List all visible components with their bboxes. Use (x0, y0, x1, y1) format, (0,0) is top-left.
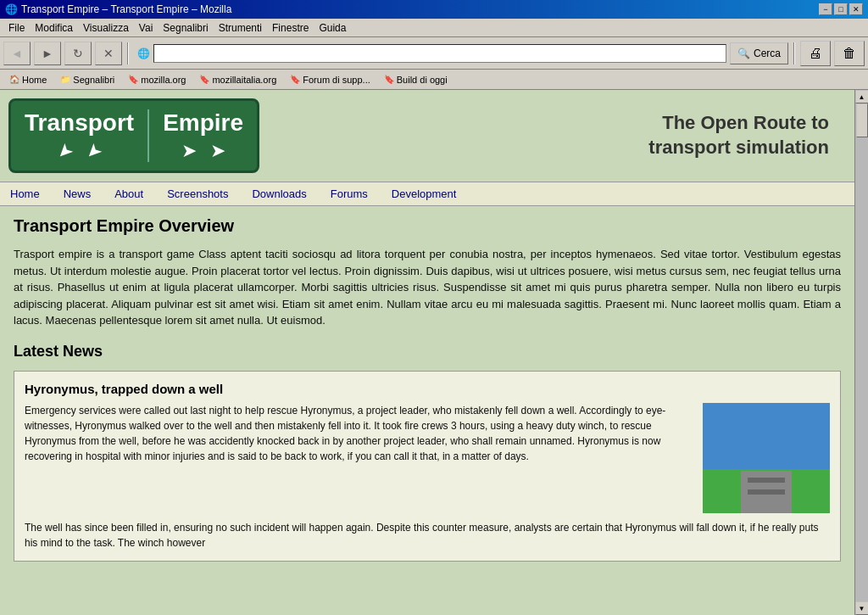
app-icon: 🌐 (5, 3, 18, 15)
forward-icon: ► (42, 47, 53, 60)
sky-bg (703, 403, 830, 469)
logo-arrows-right: ➤ ➤ (163, 140, 243, 162)
stop-icon: ✕ (103, 47, 114, 60)
bookmark-build-label: Build di oggi (397, 75, 448, 85)
logo-word2: Empire (163, 109, 243, 137)
bookmark-icon-2: 🔖 (199, 75, 209, 84)
search-icon: 🔍 (737, 48, 750, 59)
logo-arrows-left: ➤ ➤ (25, 140, 134, 162)
search-button[interactable]: 🔍 Cerca (730, 42, 788, 64)
tagline-line2: transport simulation (648, 137, 829, 158)
nav-news[interactable]: News (60, 186, 95, 202)
bookmark-icon-3: 🔖 (290, 75, 300, 84)
nav-downloads[interactable]: Downloads (248, 186, 309, 202)
menu-file[interactable]: File (3, 20, 30, 36)
logo-box: Transport ➤ ➤ Empire ➤ ➤ (8, 98, 259, 173)
print-button[interactable]: 🖨 (800, 41, 831, 66)
title-bar-left: 🌐 Transport Empire – Transport Empire – … (5, 3, 231, 15)
bookmark-icon-4: 🔖 (384, 75, 394, 84)
scroll-down-button[interactable]: ▼ (855, 601, 869, 615)
menu-vai[interactable]: Vai (134, 20, 158, 36)
bookmarks-bar: 🏠 Home 📁 Segnalibri 🔖 mozilla.org 🔖 mozi… (0, 70, 868, 90)
arrow-right-1: ➤ (181, 140, 197, 162)
logo-right: Empire ➤ ➤ (163, 109, 243, 162)
bookmark-forum-label: Forum di supp... (303, 75, 370, 85)
arrow-up-right: ➤ (81, 137, 107, 164)
bookmark-forum[interactable]: 🔖 Forum di supp... (284, 73, 376, 87)
bookmark-mozilla[interactable]: 🔖 mozilla.org (122, 73, 192, 87)
content-area: Transport Empire Overview Trasport empir… (0, 206, 854, 582)
arrow-right-2: ➤ (210, 140, 225, 162)
menu-segnalibri[interactable]: Segnalibri (158, 20, 213, 36)
bookmark-icon-1: 🔖 (128, 75, 138, 84)
nav-home[interactable]: Home (7, 186, 43, 202)
separator2 (793, 42, 795, 64)
browser-content: Transport ➤ ➤ Empire ➤ ➤ The Open Route … (0, 90, 868, 615)
trash-icon: 🗑 (843, 46, 856, 61)
overview-title: Transport Empire Overview (14, 216, 841, 236)
tagline: The Open Route to transport simulation (648, 111, 846, 159)
delete-button[interactable]: 🗑 (834, 41, 865, 66)
news-text-1: Emergency services were called out last … (25, 403, 693, 513)
bookmark-home-label: Home (22, 75, 47, 85)
address-input[interactable] (153, 44, 726, 63)
tagline-line1: The Open Route to (662, 112, 829, 133)
toolbar: ◄ ► ↻ ✕ 🌐 🔍 Cerca 🖨 🗑 (0, 37, 868, 70)
news-text-2: The well has since been filled in, ensur… (25, 520, 830, 551)
bookmark-segnalibri[interactable]: 📁 Segnalibri (54, 73, 120, 87)
forward-button[interactable]: ► (34, 42, 61, 65)
menu-modifica[interactable]: Modifica (30, 20, 78, 36)
logo-left: Transport ➤ ➤ (25, 109, 149, 162)
maximize-button[interactable]: □ (834, 3, 848, 15)
bookmark-home[interactable]: 🏠 Home (3, 73, 53, 87)
search-label: Cerca (754, 48, 781, 59)
nav-screenshots[interactable]: Screenshots (164, 186, 231, 202)
folder-icon: 📁 (60, 75, 70, 84)
separator (127, 42, 129, 64)
close-button[interactable]: ✕ (849, 3, 863, 15)
nav-forums[interactable]: Forums (327, 186, 371, 202)
ground-bg (703, 469, 830, 513)
scroll-track[interactable] (855, 103, 869, 601)
back-icon: ◄ (11, 47, 23, 60)
menu-strumenti[interactable]: Strumenti (214, 20, 267, 36)
nav-about[interactable]: About (111, 186, 147, 202)
window-controls[interactable]: − □ ✕ (819, 3, 863, 15)
address-icon: 🌐 (137, 48, 150, 59)
overview-text: Trasport empire is a transport game Clas… (14, 246, 841, 329)
menu-finestre[interactable]: Finestre (267, 20, 314, 36)
reload-button[interactable]: ↻ (64, 42, 92, 65)
news-image (703, 403, 830, 513)
building (741, 471, 792, 513)
printer-icon: 🖨 (809, 46, 822, 61)
bookmark-mozilla-label: mozilla.org (141, 75, 186, 85)
news-box: Hyronymus, trapped down a well Emergency… (14, 371, 841, 562)
bookmark-segnalibri-label: Segnalibri (73, 75, 114, 85)
back-button[interactable]: ◄ (3, 42, 31, 65)
arrow-up-left: ➤ (52, 137, 78, 164)
nav-bar: Home News About Screenshots Downloads Fo… (0, 182, 854, 206)
news-title: Latest News (14, 343, 841, 361)
bookmark-build[interactable]: 🔖 Build di oggi (378, 73, 453, 87)
news-content-wrap: Emergency services were called out last … (25, 403, 830, 513)
bookmark-mozillaitalia-label: mozillaitalia.org (212, 75, 276, 85)
minimize-button[interactable]: − (819, 3, 832, 15)
menu-bar: File Modifica Visualizza Vai Segnalibri … (0, 19, 868, 37)
news-article-title: Hyronymus, trapped down a well (25, 382, 830, 396)
home-icon: 🏠 (9, 75, 19, 84)
window-title: Transport Empire – Transport Empire – Mo… (21, 3, 231, 15)
menu-visualizza[interactable]: Visualizza (78, 20, 134, 36)
scroll-up-button[interactable]: ▲ (855, 90, 869, 103)
address-bar-wrap: 🌐 (134, 44, 726, 63)
logo-word1: Transport (25, 109, 134, 137)
bookmark-mozillaitalia[interactable]: 🔖 mozillaitalia.org (193, 73, 282, 87)
scrollbar[interactable]: ▲ ▼ (854, 90, 868, 615)
stop-button[interactable]: ✕ (95, 42, 122, 65)
site-header: Transport ➤ ➤ Empire ➤ ➤ The Open Route … (0, 90, 854, 182)
webpage: Transport ➤ ➤ Empire ➤ ➤ The Open Route … (0, 90, 854, 615)
title-bar: 🌐 Transport Empire – Transport Empire – … (0, 0, 868, 19)
nav-development[interactable]: Development (388, 186, 460, 202)
scroll-thumb[interactable] (856, 103, 868, 137)
menu-guida[interactable]: Guida (314, 20, 351, 36)
reload-icon: ↻ (73, 47, 83, 60)
